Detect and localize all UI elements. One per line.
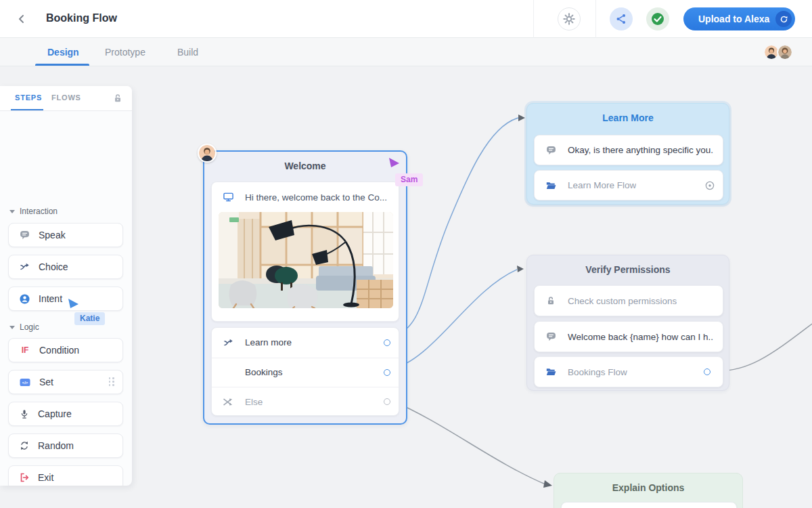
block-explain-options[interactable]: Explain Options	[554, 473, 743, 508]
flow-name: Learn More Flow	[568, 180, 636, 190]
arrowhead-learn-more	[518, 114, 525, 121]
drag-handle-icon[interactable]	[109, 377, 115, 386]
sync-icon	[780, 15, 788, 24]
topbar: Booking Flow Upload to Alexa	[0, 0, 812, 38]
item-label: Random	[38, 440, 74, 451]
set-icon: </>	[20, 378, 30, 387]
avatar-sam-image	[765, 45, 778, 59]
connector-learn-more	[391, 118, 518, 338]
bookings-flow-card[interactable]: Bookings Flow	[534, 356, 723, 387]
avatar-katie[interactable]	[777, 44, 793, 60]
tab-prototype-label: Prototype	[105, 47, 145, 58]
permissions-text: Check custom permissions	[568, 296, 677, 306]
welcome-choices-card[interactable]: Learn more Bookings Else	[211, 327, 399, 416]
section-logic[interactable]: Logic	[9, 322, 39, 332]
sidebar-item-condition[interactable]: IF Condition	[8, 338, 123, 362]
sync-button[interactable]	[775, 11, 792, 27]
permissions-card[interactable]: Check custom permissions	[534, 285, 723, 316]
welcome-speak-card[interactable]: Hi there, welcome back to the Co...	[211, 182, 399, 322]
sidebar-item-speak[interactable]: Speak	[8, 223, 123, 247]
enter-flow-icon[interactable]	[705, 181, 715, 193]
item-label: Choice	[39, 261, 68, 272]
back-button[interactable]	[16, 14, 27, 24]
block-verify-permissions[interactable]: Verify Permissions Check custom permissi…	[526, 255, 729, 391]
avatar-katie-image	[778, 45, 792, 59]
item-label: Condition	[39, 345, 79, 356]
sidebar-tab-underline	[11, 109, 43, 110]
connector-explain	[391, 400, 545, 484]
sidebar-item-random[interactable]: Random	[8, 433, 123, 458]
arrowhead-explain	[543, 480, 552, 488]
item-label: Exit	[38, 472, 53, 483]
sidebar-item-intent[interactable]: Intent	[8, 287, 123, 311]
tab-prototype[interactable]: Prototype	[105, 38, 145, 66]
lock-icon	[546, 296, 556, 305]
topbar-divider	[533, 0, 534, 38]
share-button[interactable]	[610, 7, 633, 30]
block-title: Verify Permissions	[527, 255, 729, 284]
page-title: Booking Flow	[46, 12, 117, 24]
caret-down-icon	[9, 210, 15, 213]
speak-icon	[546, 332, 556, 341]
status-check-button[interactable]	[646, 7, 669, 30]
folder-icon	[546, 368, 556, 376]
topbar-divider	[595, 0, 596, 38]
sidebar-item-set[interactable]: </> Set	[8, 370, 123, 394]
port-bookings-flow[interactable]	[704, 368, 710, 375]
choice-row-bookings[interactable]: Bookings	[212, 358, 399, 387]
random-icon	[20, 441, 29, 450]
lock-icon	[113, 93, 122, 103]
port-else[interactable]	[384, 398, 390, 405]
office-photo	[219, 212, 393, 308]
intent-icon	[20, 294, 30, 304]
item-label: Intent	[39, 293, 62, 304]
sidebar-item-capture[interactable]: Capture	[8, 402, 123, 426]
port-learn-more[interactable]	[384, 339, 390, 346]
tab-design[interactable]: Design	[47, 38, 79, 66]
section-label: Interaction	[20, 207, 58, 216]
port-bookings[interactable]	[384, 369, 390, 376]
choice-row-learn-more[interactable]: Learn more	[212, 328, 399, 358]
settings-button[interactable]	[558, 7, 581, 30]
item-label: Speak	[39, 230, 66, 240]
gear-icon	[563, 13, 575, 25]
display-icon	[223, 192, 233, 202]
block-title: Learn More	[527, 104, 729, 132]
cursor-katie-label: Katie	[74, 312, 105, 325]
sidebar-tab-steps[interactable]: STEPS	[15, 93, 42, 102]
cursor-sam-label: Sam	[395, 173, 423, 186]
explain-card[interactable]	[561, 502, 737, 508]
tab-build[interactable]: Build	[177, 38, 198, 66]
block-title: Welcome	[204, 152, 406, 180]
block-welcome[interactable]: Welcome Hi there, welcome back to the Co…	[203, 150, 407, 425]
speak-text: Okay, is there anything specific you...	[568, 145, 713, 155]
section-interaction[interactable]: Interaction	[9, 207, 58, 216]
flow-name: Bookings Flow	[568, 367, 627, 377]
choice-label: Learn more	[245, 337, 292, 347]
share-icon	[616, 14, 627, 24]
item-label: Set	[39, 377, 53, 387]
microphone-icon	[20, 409, 29, 419]
item-label: Capture	[38, 408, 72, 419]
else-label: Else	[245, 397, 263, 407]
block-learn-more[interactable]: Learn More Okay, is there anything speci…	[526, 103, 729, 205]
tab-design-label: Design	[47, 47, 79, 58]
sidebar-item-exit[interactable]: Exit	[8, 465, 123, 486]
section-label: Logic	[20, 322, 39, 332]
block-title: Explain Options	[554, 473, 742, 502]
learn-more-speak-card[interactable]: Okay, is there anything specific you...	[534, 135, 723, 165]
caret-down-icon	[9, 326, 15, 329]
verify-speak-card[interactable]: Welcome back {name} how can I h...	[534, 321, 723, 352]
condition-if-icon: IF	[20, 345, 30, 355]
block-owner-avatar	[198, 144, 217, 163]
sidebar-item-choice[interactable]: Choice	[8, 255, 123, 279]
active-tab-underline	[35, 64, 89, 66]
check-icon	[651, 12, 664, 26]
choice-row-else[interactable]: Else	[212, 387, 399, 417]
sidebar-tab-flows[interactable]: FLOWS	[51, 93, 81, 102]
folder-icon	[546, 182, 556, 190]
speak-icon	[546, 146, 556, 155]
avatar-sam-image	[199, 145, 215, 161]
upload-to-alexa-button[interactable]: Upload to Alexa	[683, 7, 795, 30]
learn-more-flow-card[interactable]: Learn More Flow	[534, 170, 723, 200]
